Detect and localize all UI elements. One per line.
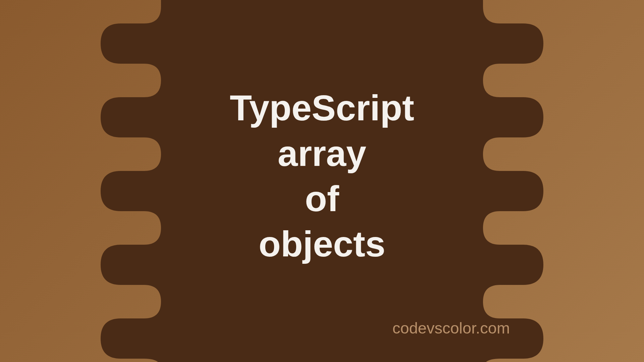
title-line-2: array	[278, 134, 366, 172]
footer-website: codevscolor.com	[392, 319, 510, 337]
title-line-1: TypeScript	[230, 89, 414, 127]
content-area: TypeScript array of objects codevscolor.…	[0, 0, 644, 362]
title-line-3: of	[305, 180, 339, 218]
title-container: TypeScript array of objects	[230, 89, 414, 263]
title-line-4: objects	[259, 225, 385, 263]
